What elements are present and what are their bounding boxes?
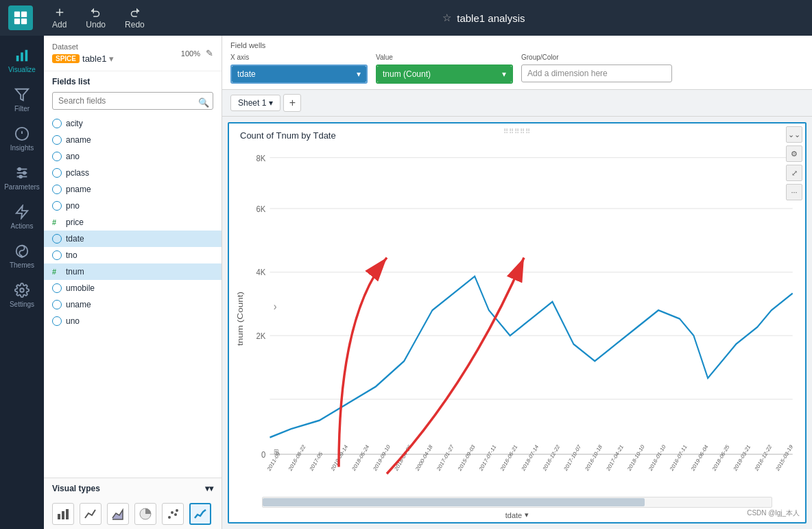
svg-text:2019-09-14: 2019-09-14 xyxy=(330,443,349,472)
visual-type-scatter[interactable] xyxy=(162,503,184,525)
svg-rect-3 xyxy=(21,19,27,24)
sidebar-item-actions[interactable]: Actions xyxy=(0,198,44,237)
topbar: Add Undo Redo ☆ table1 analysis xyxy=(0,0,812,36)
sidebar-item-visualize[interactable]: Visualize xyxy=(0,41,44,80)
svg-point-22 xyxy=(20,288,24,292)
sidebar-item-filter[interactable]: Filter xyxy=(0,80,44,119)
field-item-acity[interactable]: acity xyxy=(44,115,222,132)
field-type-icon xyxy=(52,234,62,244)
chart-settings-btn[interactable]: ⚙ xyxy=(786,145,802,162)
value-dropdown-icon[interactable]: ▾ xyxy=(502,69,506,79)
field-type-icon xyxy=(52,168,62,178)
field-name: pclass xyxy=(66,168,89,178)
group-placeholder: Add a dimension here xyxy=(522,65,671,82)
svg-text:8K: 8K xyxy=(256,153,265,163)
sheet-dropdown-icon[interactable]: ▾ xyxy=(269,98,273,108)
field-wells: Field wells X axis tdate ▾ Value xyxy=(222,36,812,90)
chart-more-btn[interactable]: ··· xyxy=(786,184,802,200)
watermark: CSDN @lgj_本人 xyxy=(747,508,800,518)
svg-point-17 xyxy=(23,172,26,174)
svg-rect-8 xyxy=(25,50,28,62)
svg-text:2018-06-25: 2018-06-25 xyxy=(711,443,730,472)
field-wells-row: X axis tdate ▾ Value tnum (Count) ▾ xyxy=(230,54,804,84)
svg-text:2019-09-10: 2019-09-10 xyxy=(372,443,392,472)
dataset-dropdown-icon: ▾ xyxy=(109,54,114,64)
field-item-pname[interactable]: pname xyxy=(44,181,222,198)
sidebar-item-insights[interactable]: Insights xyxy=(0,119,44,158)
field-item-uno[interactable]: uno xyxy=(44,313,222,329)
chart-scrollbar[interactable] xyxy=(262,497,772,508)
x-axis-dropdown-icon[interactable]: ▾ xyxy=(525,510,529,519)
field-item-tnum[interactable]: #tnum xyxy=(44,263,222,280)
chart-svg: 8K 6K 4K 2K 0 tnum (Count) xyxy=(235,141,800,497)
field-item-aname[interactable]: aname xyxy=(44,132,222,148)
svg-point-30 xyxy=(176,509,178,512)
field-item-pno[interactable]: pno xyxy=(44,198,222,214)
field-item-ano[interactable]: ano xyxy=(44,148,222,165)
svg-rect-6 xyxy=(16,56,19,61)
field-item-umobile[interactable]: umobile xyxy=(44,280,222,296)
svg-point-29 xyxy=(174,513,177,516)
svg-point-27 xyxy=(168,516,171,519)
visual-types-icons xyxy=(44,499,222,529)
field-item-pclass[interactable]: pclass xyxy=(44,165,222,181)
field-item-price[interactable]: #price xyxy=(44,214,222,231)
field-name: tdate xyxy=(66,234,84,244)
undo-button[interactable]: Undo xyxy=(77,3,114,32)
dataset-name: table1 xyxy=(82,54,106,64)
group-well[interactable]: Add a dimension here xyxy=(521,64,672,82)
visual-type-pie[interactable] xyxy=(134,503,156,525)
svg-point-21 xyxy=(21,256,23,257)
redo-button[interactable]: Redo xyxy=(117,3,153,32)
svg-text:›: › xyxy=(274,300,277,312)
svg-rect-1 xyxy=(21,12,27,17)
xaxis-well[interactable]: tdate ▾ xyxy=(230,64,368,84)
field-type-icon xyxy=(52,283,62,293)
field-item-tno[interactable]: tno xyxy=(44,247,222,263)
svg-text:2018-10-10: 2018-10-10 xyxy=(627,443,646,472)
svg-text:2016-10-18: 2016-10-18 xyxy=(584,443,604,472)
star-icon[interactable]: ☆ xyxy=(442,12,451,24)
add-sheet-button[interactable]: + xyxy=(283,94,301,112)
visual-types-collapse-icon[interactable]: ▾▾ xyxy=(205,484,213,493)
visual-type-area[interactable] xyxy=(107,503,129,525)
field-name: pname xyxy=(66,185,91,194)
field-item-tdate[interactable]: tdate xyxy=(44,231,222,247)
visual-type-line[interactable] xyxy=(80,503,102,525)
field-name: uno xyxy=(66,316,80,326)
search-fields-container: 🔍 xyxy=(44,89,222,115)
visual-type-bar[interactable] xyxy=(52,503,74,525)
value-well[interactable]: tnum (Count) ▾ xyxy=(376,64,513,84)
sheet-tab-1[interactable]: Sheet 1 ▾ xyxy=(230,95,280,111)
visual-type-line-selected[interactable] xyxy=(189,503,211,525)
dataset-select[interactable]: SPICE table1 ▾ xyxy=(52,54,114,64)
analysis-title: ☆ table1 analysis xyxy=(164,12,804,24)
svg-rect-24 xyxy=(62,511,64,519)
chart-expand-btn[interactable]: ⤢ xyxy=(786,165,802,181)
fields-list-header: Fields list xyxy=(44,71,222,89)
field-name: acity xyxy=(66,119,83,128)
xaxis-dropdown-icon[interactable]: ▾ xyxy=(357,69,361,79)
search-fields-input[interactable] xyxy=(52,92,213,110)
svg-point-28 xyxy=(171,511,174,514)
sidebar-item-parameters[interactable]: Parameters xyxy=(0,158,44,198)
visual-types-header: Visual types ▾▾ xyxy=(44,478,222,499)
svg-text:2017-07-11: 2017-07-11 xyxy=(478,443,497,472)
svg-text:2019-03-21: 2019-03-21 xyxy=(732,443,752,472)
sidebar-item-settings[interactable]: Settings xyxy=(0,276,44,315)
value-field-tag: tnum (Count) ▾ xyxy=(377,66,512,82)
sheets-bar: Sheet 1 ▾ + xyxy=(222,90,812,117)
edit-icon[interactable]: ✎ xyxy=(206,48,213,58)
field-type-icon xyxy=(52,250,62,260)
chart-container: ⌄⌄ ⚙ ⤢ ··· ⠿⠿⠿⠿⠿ Count of Tnum by Tdate xyxy=(228,122,807,524)
field-item-uname[interactable]: uname xyxy=(44,296,222,313)
chart-collapse-btn[interactable]: ⌄⌄ xyxy=(786,126,802,143)
field-type-icon xyxy=(52,316,62,326)
add-button[interactable]: Add xyxy=(44,3,75,32)
svg-text:⊞: ⊞ xyxy=(274,447,278,456)
field-name: uname xyxy=(66,300,91,309)
sidebar-item-themes[interactable]: Themes xyxy=(0,237,44,276)
chart-toolbar: ⌄⌄ ⚙ ⤢ ··· xyxy=(786,126,802,200)
chart-inner: 8K 6K 4K 2K 0 tnum (Count) xyxy=(229,141,805,522)
field-name: umobile xyxy=(66,283,95,293)
